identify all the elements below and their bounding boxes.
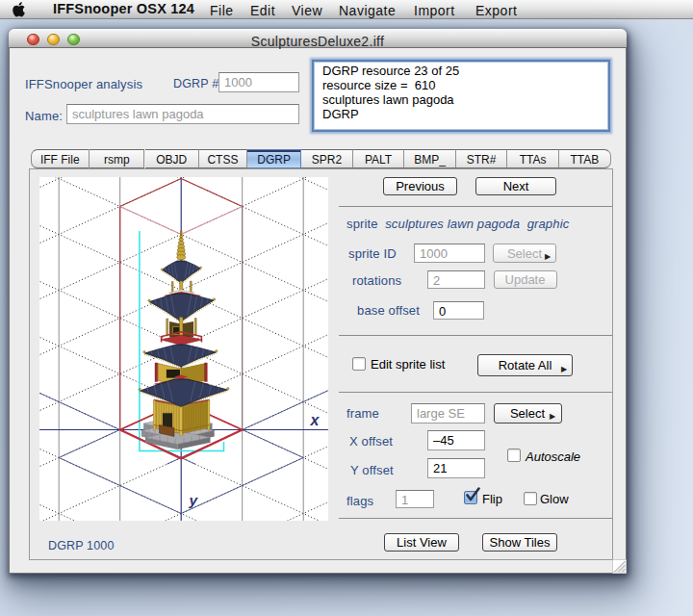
svg-text:x: x [310,412,321,428]
svg-text:y: y [189,492,199,508]
